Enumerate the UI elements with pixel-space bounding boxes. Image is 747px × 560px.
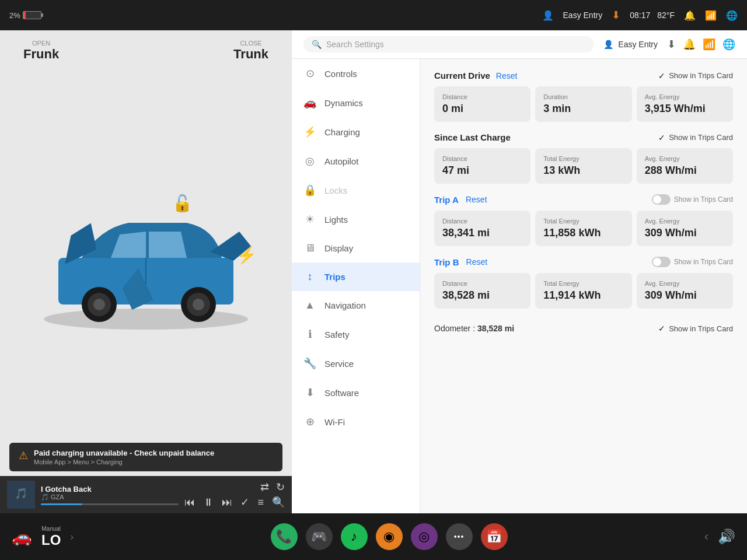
current-drive-energy-card: Avg. Energy 3,915 Wh/mi <box>637 86 733 122</box>
status-bar-left: 2% <box>9 11 41 20</box>
odometer-show-trips[interactable]: ✓ Show in Trips Card <box>658 324 733 333</box>
svg-text:🎵: 🎵 <box>15 487 28 500</box>
menu-item-dynamics[interactable]: 🚗 Dynamics <box>292 88 420 117</box>
service-label: Service <box>324 359 354 369</box>
trip-b-energy-avg-label: Avg. Energy <box>645 280 725 287</box>
menu-item-software[interactable]: ⬇ Software <box>292 378 420 407</box>
current-drive-reset[interactable]: Reset <box>496 71 518 80</box>
software-icon: ⬇ <box>303 386 316 399</box>
controls-icon: ⊙ <box>303 67 316 80</box>
trip-b-energy-total-card: Total Energy 11,914 kWh <box>535 273 631 309</box>
charging-icon: ⚡ <box>303 125 316 138</box>
frunk-control[interactable]: Open Frunk <box>23 40 59 62</box>
trip-b-distance-card: Distance 38,528 mi <box>434 273 530 309</box>
last-charge-energy-total-label: Total Energy <box>543 155 623 162</box>
svg-point-0 <box>44 309 248 330</box>
gear-label: Manual <box>41 526 61 532</box>
calendar-app-button[interactable]: 📅 <box>481 523 508 550</box>
menu-item-display[interactable]: 🖥 Display <box>292 234 420 262</box>
profile-icon: 👤 <box>542 10 554 21</box>
current-drive-duration-value: 3 min <box>543 103 623 115</box>
trunk-control[interactable]: Close Trunk <box>233 40 268 62</box>
equalizer-button[interactable]: ≡ <box>257 496 264 509</box>
easy-entry-header: 👤 Easy Entry <box>603 40 658 49</box>
menu-item-lights[interactable]: ☀ Lights <box>292 205 420 234</box>
current-drive-distance-card: Distance 0 mi <box>434 86 530 122</box>
last-charge-show-label: Show in Trips Card <box>669 133 733 142</box>
display-label: Display <box>324 243 353 253</box>
left-panel: Open Frunk Close Trunk 🔓 <box>0 30 292 513</box>
car-controls-top: Open Frunk Close Trunk <box>0 30 292 71</box>
menu-item-navigation[interactable]: ▲ Navigation <box>292 291 420 320</box>
music-progress-bar[interactable] <box>41 503 179 505</box>
person-icon: 👤 <box>603 40 613 49</box>
trips-main-content: Current Drive Reset ✓ Show in Trips Card… <box>420 59 747 513</box>
locks-label: Locks <box>324 186 347 195</box>
calendar-icon: 📅 <box>486 529 502 544</box>
music-title: I Gotcha Back <box>41 485 179 494</box>
play-pause-button[interactable]: ⏸ <box>203 496 214 509</box>
menu-item-locks[interactable]: 🔒 Locks <box>292 176 420 205</box>
music-artist: 🎵 GZA <box>41 494 179 501</box>
prev-button[interactable]: ⏮ <box>184 496 195 509</box>
trip-a-show-trips[interactable]: Show in Trips Card <box>652 194 733 205</box>
camera-app-button[interactable]: ◎ <box>411 523 438 550</box>
current-drive-show-trips[interactable]: ✓ Show in Trips Card <box>658 71 733 80</box>
service-icon: 🔧 <box>303 357 316 370</box>
next-button[interactable]: ⏭ <box>222 496 232 509</box>
menu-item-autopilot[interactable]: ◎ Autopilot <box>292 146 420 176</box>
wifi-status-icon: 🌐 <box>726 10 738 21</box>
trip-a-toggle[interactable] <box>652 194 671 205</box>
taskbar: 🚗 Manual LO › 📞 🎮 ♪ ◉ ◎ ••• 📅 ‹ 🔊 <box>0 513 747 560</box>
menu-item-safety[interactable]: ℹ Safety <box>292 320 420 349</box>
safety-icon: ℹ <box>303 328 316 341</box>
steering-app-button[interactable]: 🎮 <box>306 523 333 550</box>
trip-a-distance-label: Distance <box>442 218 522 225</box>
safety-label: Safety <box>324 330 350 340</box>
overlay-app-button[interactable]: ◉ <box>376 523 403 550</box>
last-charge-energy-total-value: 13 kWh <box>543 164 623 177</box>
checkmark-button[interactable]: ✓ <box>240 496 249 509</box>
spotify-app-button[interactable]: ♪ <box>341 523 368 550</box>
menu-item-charging[interactable]: ⚡ Charging <box>292 117 420 146</box>
menu-item-trips[interactable]: ↕ Trips <box>292 262 420 291</box>
car-taskbar-icon: 🚗 <box>12 527 32 547</box>
navigation-label: Navigation <box>324 300 366 310</box>
current-drive-stats: Distance 0 mi Duration 3 min Avg. Energy… <box>434 86 733 122</box>
dynamics-icon: 🚗 <box>303 96 316 109</box>
frunk-label: Frunk <box>23 47 59 62</box>
time-display: 08:17 <box>630 10 650 20</box>
trip-b-stats: Distance 38,528 mi Total Energy 11,914 k… <box>434 273 733 309</box>
more-apps-button[interactable]: ••• <box>446 523 473 550</box>
shuffle-button[interactable]: ⇄ <box>260 481 269 494</box>
menu-item-wifi[interactable]: ⊕ Wi-Fi <box>292 407 420 436</box>
charging-bolt-icon: ⚡ <box>236 245 257 264</box>
trunk-label: Trunk <box>233 47 268 62</box>
trip-b-show-trips[interactable]: Show in Trips Card <box>652 257 733 267</box>
phone-app-button[interactable]: 📞 <box>271 523 298 550</box>
locks-icon: 🔒 <box>303 184 316 197</box>
lights-icon: ☀ <box>303 213 316 226</box>
search-music-button[interactable]: 🔍 <box>272 496 285 509</box>
menu-item-controls[interactable]: ⊙ Controls <box>292 59 420 88</box>
trip-b-title: Trip B <box>434 257 459 267</box>
repeat-button[interactable]: ↻ <box>276 481 285 494</box>
navigation-icon: ▲ <box>303 299 316 312</box>
music-controls-top: ⇄ ↻ <box>184 481 285 494</box>
search-box[interactable]: 🔍 Search Settings <box>303 36 594 52</box>
trip-b-energy-total-value: 11,914 kWh <box>543 289 623 302</box>
camera-icon: ◎ <box>418 529 430 544</box>
display-icon: 🖥 <box>303 242 316 254</box>
search-placeholder-text: Search Settings <box>326 40 384 49</box>
last-charge-energy-total-card: Total Energy 13 kWh <box>535 148 631 184</box>
trip-a-reset[interactable]: Reset <box>466 195 487 204</box>
bell-icon: 🔔 <box>684 10 696 21</box>
car-svg <box>23 176 268 334</box>
menu-item-service[interactable]: 🔧 Service <box>292 349 420 378</box>
trip-a-title: Trip A <box>434 195 459 205</box>
last-charge-show-trips[interactable]: ✓ Show in Trips Card <box>658 133 733 142</box>
trip-b-toggle[interactable] <box>652 257 671 267</box>
trip-b-reset[interactable]: Reset <box>466 257 488 267</box>
download-header-icon: ⬇ <box>667 38 676 51</box>
volume-icon[interactable]: 🔊 <box>718 528 735 545</box>
